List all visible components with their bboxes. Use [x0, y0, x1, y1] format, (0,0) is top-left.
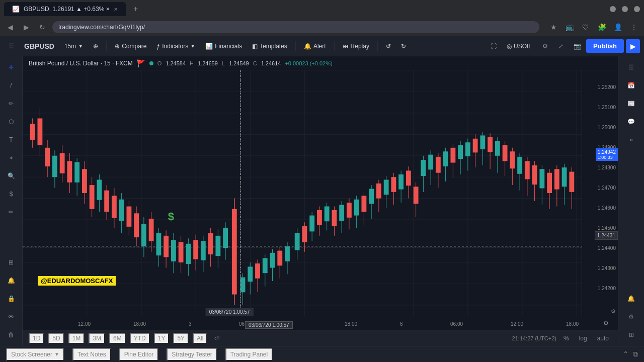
- price-scale-settings[interactable]: ⚙: [611, 308, 616, 315]
- clock-label: 21:14:27 (UTC+2): [512, 335, 556, 341]
- compare-btn[interactable]: ⊕ Compare: [111, 41, 150, 52]
- tf-3m[interactable]: 3M: [89, 333, 105, 344]
- tf-all[interactable]: All: [193, 333, 207, 344]
- indicators-btn[interactable]: ƒ Indicators ▼: [153, 41, 200, 52]
- alert-tool[interactable]: 🔔: [3, 273, 19, 289]
- chart-title: British Pound / U.S. Dollar · 15 · FXCM: [29, 60, 133, 67]
- svg-rect-74: [215, 236, 220, 256]
- close-btn[interactable]: [634, 6, 640, 12]
- add-symbol-btn[interactable]: ⊕: [89, 41, 102, 52]
- svg-rect-104: [332, 210, 337, 226]
- tf-1y[interactable]: 1Y: [154, 333, 170, 344]
- chart-canvas[interactable]: $ @EDUARDOMOSCAFX 03/06/720 1:00:57: [23, 70, 582, 316]
- auto-btn[interactable]: auto: [594, 334, 612, 343]
- log-btn[interactable]: log: [576, 334, 590, 343]
- usoil-icon: ◎: [507, 43, 512, 50]
- timeframe-dropdown-icon: ▼: [78, 43, 83, 49]
- tf-ytd[interactable]: YTD: [130, 333, 150, 344]
- back-btn[interactable]: ◀: [4, 21, 16, 33]
- strategy-tester-btn[interactable]: Strategy Tester: [167, 348, 217, 361]
- cursor-tool[interactable]: ✛: [3, 59, 19, 75]
- text-tool[interactable]: T: [3, 132, 19, 148]
- collapse-panel-btn[interactable]: ⌃: [623, 350, 629, 358]
- undo-btn[interactable]: ↺: [382, 41, 395, 52]
- tab-close-btn[interactable]: ✕: [114, 7, 118, 12]
- symbol-btn[interactable]: GBPUSD: [20, 40, 58, 52]
- pencil-tool[interactable]: /: [3, 77, 19, 94]
- expand-btn[interactable]: ⤢: [554, 39, 568, 53]
- address-input[interactable]: [52, 21, 539, 33]
- price-1252: 1.25200: [598, 84, 616, 90]
- reload-btn[interactable]: ↻: [36, 21, 48, 33]
- publish-btn[interactable]: Publish: [586, 39, 624, 53]
- price-1245: 1.24500: [598, 225, 616, 231]
- settings-right-btn[interactable]: ⚙: [623, 309, 639, 325]
- grid-right-btn[interactable]: ⊞: [623, 327, 639, 343]
- tf-1m[interactable]: 1M: [68, 333, 85, 344]
- time-cursor-label: 03/06/720 1:00:57: [206, 308, 254, 316]
- timeframe-btn[interactable]: 15m ▼: [60, 41, 87, 52]
- news-btn[interactable]: 📰: [623, 96, 639, 112]
- maximize-btn[interactable]: [622, 6, 628, 12]
- svg-rect-126: [414, 187, 419, 204]
- svg-rect-46: [112, 196, 117, 218]
- settings-tool[interactable]: ⊞: [3, 254, 19, 270]
- current-price-badge: 1.24942 1:00:33: [596, 148, 618, 161]
- percent-btn[interactable]: %: [560, 334, 572, 343]
- svg-rect-80: [240, 278, 246, 293]
- measure-tool[interactable]: ⌖: [3, 150, 19, 166]
- trading-panel-btn[interactable]: Trading Panel: [225, 348, 273, 361]
- usoil-label: USOIL: [514, 43, 532, 50]
- svg-rect-58: [156, 233, 161, 256]
- templates-btn[interactable]: ◧ Templates: [248, 41, 291, 52]
- dollar-tool[interactable]: $: [3, 186, 19, 202]
- svg-rect-146: [488, 137, 493, 152]
- expand-panel-btn[interactable]: ⧉: [633, 350, 638, 358]
- lock-tool[interactable]: 🔒: [3, 291, 19, 307]
- menu-icon[interactable]: ⋮: [628, 21, 640, 33]
- eye-tool[interactable]: 👁: [3, 309, 19, 325]
- pine-editor-btn[interactable]: Pine Editor: [119, 348, 159, 361]
- profile-icon[interactable]: 👤: [612, 21, 624, 33]
- chat-btn[interactable]: 💬: [623, 114, 639, 130]
- reset-zoom-btn[interactable]: ⏎: [211, 334, 222, 343]
- camera-btn[interactable]: 📷: [570, 39, 584, 53]
- tf-5y[interactable]: 5Y: [173, 333, 189, 344]
- alert-label: Alert: [313, 43, 326, 50]
- alert-icon: 🔔: [304, 43, 311, 50]
- tradingview-app: ☰ GBPUSD 15m ▼ ⊕ ⊕ Compare ƒ Indicators …: [0, 36, 644, 362]
- minimize-btn[interactable]: [610, 6, 616, 12]
- time-settings-icon[interactable]: ⚙: [603, 320, 609, 327]
- bell-right-btn[interactable]: 🔔: [623, 291, 639, 307]
- shapes-tool[interactable]: ⬡: [3, 114, 19, 130]
- svg-rect-162: [547, 173, 552, 193]
- text-notes-btn[interactable]: Text Notes: [72, 348, 111, 361]
- fullscreen-btn[interactable]: ⛶: [487, 39, 501, 53]
- extensions-icon[interactable]: 🧩: [596, 21, 608, 33]
- replay-btn[interactable]: ⏮ Replay: [339, 41, 373, 52]
- shield-icon[interactable]: 🛡: [580, 21, 592, 33]
- browser-tab[interactable]: 📈 GBPUSD, 1.26191 ▲ +0.63% × ✕: [4, 2, 126, 16]
- menu-toggle-btn[interactable]: ☰: [4, 39, 18, 53]
- arrow-expand-btn[interactable]: »: [623, 132, 639, 148]
- brush-tool[interactable]: ✏: [3, 96, 19, 112]
- tf-5d[interactable]: 5D: [48, 333, 64, 344]
- financials-btn[interactable]: 📊 Financials: [201, 41, 246, 52]
- star-icon[interactable]: ★: [547, 21, 559, 33]
- zoom-tool[interactable]: 🔍: [3, 168, 19, 184]
- settings-btn[interactable]: ⚙: [538, 39, 552, 53]
- trash-tool[interactable]: 🗑: [3, 327, 19, 343]
- redo-btn[interactable]: ↻: [397, 41, 410, 52]
- tv-icon[interactable]: 📺: [564, 21, 576, 33]
- usoil-btn[interactable]: ◎ USOIL: [503, 41, 536, 52]
- tf-6m[interactable]: 6M: [109, 333, 126, 344]
- calendar-btn[interactable]: 📅: [623, 77, 639, 94]
- alert-btn[interactable]: 🔔 Alert: [300, 41, 330, 52]
- new-tab-btn[interactable]: +: [130, 3, 142, 15]
- play-btn[interactable]: ▶: [626, 39, 640, 53]
- tf-1d[interactable]: 1D: [29, 333, 44, 344]
- forward-btn[interactable]: ▶: [20, 21, 32, 33]
- annotate-tool[interactable]: ✏: [3, 204, 19, 220]
- stock-screener-btn[interactable]: Stock Screener ▼: [6, 348, 64, 361]
- watchlist-btn[interactable]: ☰: [623, 59, 639, 75]
